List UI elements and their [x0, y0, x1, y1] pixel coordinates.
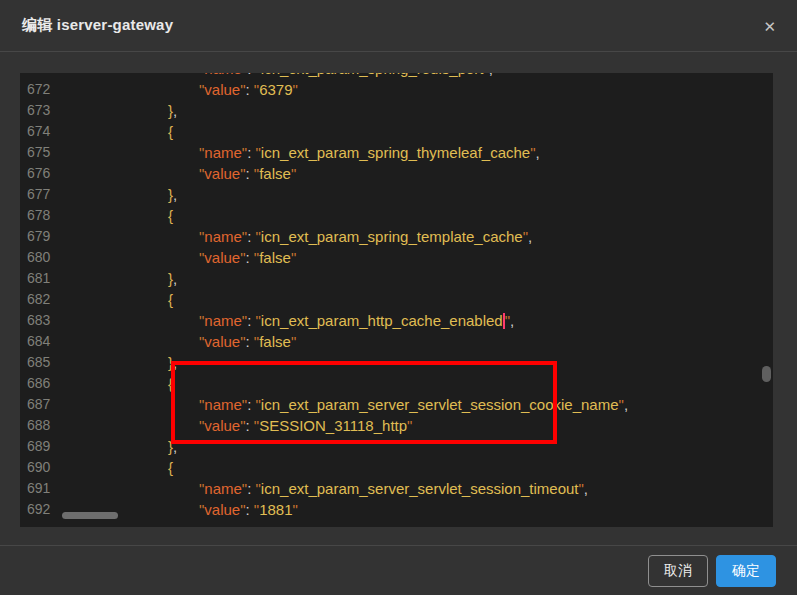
- code-line: 673},: [20, 100, 773, 121]
- code-line: 675"name": "icn_ext_param_spring_thymele…: [20, 142, 773, 163]
- line-number: 683: [20, 310, 65, 331]
- code-line: 680"value": "false": [20, 247, 773, 268]
- code-line: 683"name": "icn_ext_param_http_cache_ena…: [20, 310, 773, 331]
- code-line: 687"name": "icn_ext_param_server_servlet…: [20, 394, 773, 415]
- dialog-title: 编辑 iserver-gateway: [22, 16, 173, 35]
- code-line: 684"value": "false": [20, 331, 773, 352]
- code-line: 679"name": "icn_ext_param_spring_templat…: [20, 226, 773, 247]
- line-number: 681: [20, 268, 65, 289]
- line-number: 687: [20, 394, 65, 415]
- line-number: 690: [20, 457, 65, 478]
- line-number: 674: [20, 121, 65, 142]
- line-number: 673: [20, 100, 65, 121]
- line-number: 686: [20, 373, 65, 394]
- code-line: 689},: [20, 436, 773, 457]
- line-number: 677: [20, 184, 65, 205]
- code-line: 676"value": "false": [20, 163, 773, 184]
- code-line: 692"value": "1881": [20, 499, 773, 520]
- code-line: 682{: [20, 289, 773, 310]
- line-number: 675: [20, 142, 65, 163]
- line-number: 691: [20, 478, 65, 499]
- horizontal-scrollbar-thumb[interactable]: [62, 512, 118, 519]
- code-line: 672"value": "6379": [20, 79, 773, 100]
- line-number: 679: [20, 226, 65, 247]
- json-editor[interactable]: "name": "icn_ext_param_spring_redis_port…: [20, 73, 773, 527]
- dialog-header: 编辑 iserver-gateway ✕: [0, 0, 797, 52]
- line-number: 685: [20, 352, 65, 373]
- line-number: 676: [20, 163, 65, 184]
- code-line: 678{: [20, 205, 773, 226]
- line-number: 682: [20, 289, 65, 310]
- line-number: 688: [20, 415, 65, 436]
- edit-dialog: 编辑 iserver-gateway ✕ "name": "icn_ext_pa…: [0, 0, 797, 595]
- line-number: 680: [20, 247, 65, 268]
- code-line: 681},: [20, 268, 773, 289]
- code-line: 691"name": "icn_ext_param_server_servlet…: [20, 478, 773, 499]
- line-number: 689: [20, 436, 65, 457]
- vertical-scrollbar-thumb[interactable]: [762, 366, 771, 382]
- confirm-button[interactable]: 确定: [716, 555, 776, 587]
- code-line: 688"value": "SESSION_31118_http": [20, 415, 773, 436]
- code-line: 674{: [20, 121, 773, 142]
- code-line: 677},: [20, 184, 773, 205]
- code-line: 686{: [20, 373, 773, 394]
- line-number: 692: [20, 499, 65, 520]
- line-number: 672: [20, 79, 65, 100]
- cancel-button[interactable]: 取消: [648, 555, 708, 587]
- code-line: 690{: [20, 457, 773, 478]
- line-number: 684: [20, 331, 65, 352]
- line-number: 678: [20, 205, 65, 226]
- dialog-footer: 取消 确定: [0, 545, 797, 595]
- close-icon[interactable]: ✕: [763, 18, 776, 33]
- code-lines: "name": "icn_ext_param_spring_redis_port…: [20, 73, 773, 520]
- code-line: 685},: [20, 352, 773, 373]
